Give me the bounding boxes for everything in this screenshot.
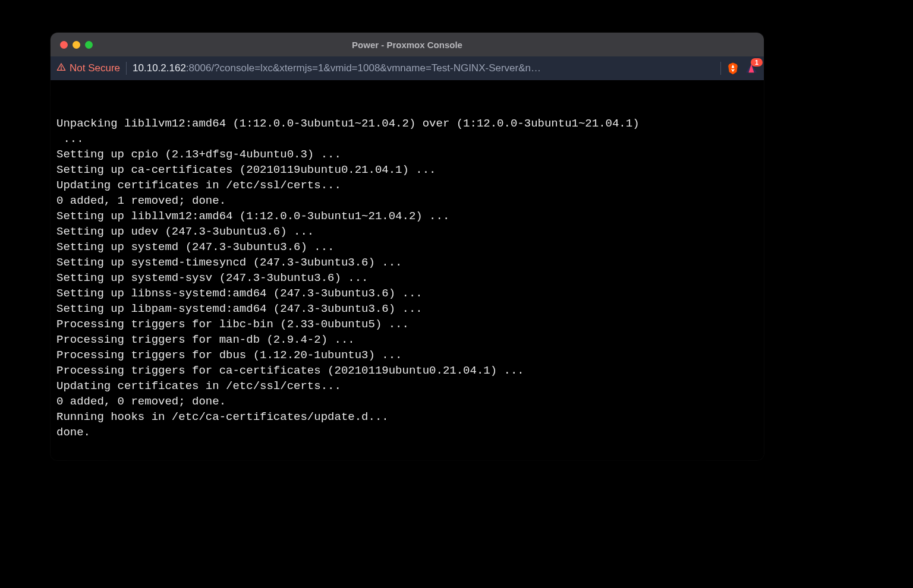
warning-icon — [56, 62, 66, 75]
svg-point-1 — [61, 68, 61, 69]
terminal-line: ... — [56, 131, 758, 147]
titlebar[interactable]: Power - Proxmox Console — [51, 33, 764, 56]
terminal-line: Unpacking libllvm12:amd64 (1:12.0.0-3ubu… — [56, 116, 758, 131]
terminal-line: Processing triggers for dbus (1.12.20-1u… — [56, 347, 758, 363]
divider — [126, 62, 127, 75]
terminal-line: 0 added, 0 removed; done. — [56, 394, 758, 409]
terminal-line: Updating certificates in /etc/ssl/certs.… — [56, 178, 758, 193]
terminal-line: 0 added, 1 removed; done. — [56, 193, 758, 208]
terminal-line: Setting up systemd-sysv (247.3-3ubuntu3.… — [56, 270, 758, 286]
extension-triangle-icon[interactable]: 1 — [745, 62, 758, 75]
extension-icons: 1 — [727, 62, 758, 75]
terminal-line: Processing triggers for libc-bin (2.33-0… — [56, 317, 758, 332]
terminal-output[interactable]: Unpacking libllvm12:amd64 (1:12.0.0-3ubu… — [51, 80, 764, 460]
terminal-line: Setting up libllvm12:amd64 (1:12.0.0-3ub… — [56, 208, 758, 224]
divider — [720, 62, 721, 75]
terminal-scrollback: Unpacking libllvm12:amd64 (1:12.0.0-3ubu… — [56, 116, 758, 440]
terminal-line: Setting up systemd-timesyncd (247.3-3ubu… — [56, 255, 758, 270]
address-bar[interactable]: Not Secure 10.10.2.162:8006/?console=lxc… — [51, 56, 764, 80]
security-indicator[interactable]: Not Secure — [56, 62, 120, 75]
window-title: Power - Proxmox Console — [51, 40, 764, 50]
terminal-line: Updating certificates in /etc/ssl/certs.… — [56, 378, 758, 394]
minimize-window-button[interactable] — [73, 41, 80, 49]
terminal-line: Running hooks in /etc/ca-certificates/up… — [56, 409, 758, 425]
terminal-line: Setting up systemd (247.3-3ubuntu3.6) ..… — [56, 239, 758, 255]
url-path: :8006/?console=lxc&xtermjs=1&vmid=1008&v… — [186, 62, 541, 74]
terminal-line: Setting up libpam-systemd:amd64 (247.3-3… — [56, 301, 758, 317]
brave-shield-icon[interactable] — [727, 62, 739, 75]
terminal-line: Setting up ca-certificates (20210119ubun… — [56, 162, 758, 178]
window-controls — [51, 41, 93, 49]
not-secure-label: Not Secure — [70, 62, 120, 74]
notification-badge: 1 — [751, 58, 763, 67]
terminal-line: Processing triggers for ca-certificates … — [56, 363, 758, 378]
maximize-window-button[interactable] — [85, 41, 93, 49]
close-window-button[interactable] — [60, 41, 68, 49]
url-host: 10.10.2.162 — [133, 62, 186, 74]
url-display[interactable]: 10.10.2.162:8006/?console=lxc&xtermjs=1&… — [133, 62, 714, 74]
terminal-line: Setting up cpio (2.13+dfsg-4ubuntu0.3) .… — [56, 147, 758, 162]
browser-window: Power - Proxmox Console Not Secure 10.10… — [51, 33, 764, 460]
terminal-line: Setting up libnss-systemd:amd64 (247.3-3… — [56, 286, 758, 301]
terminal-line: Processing triggers for man-db (2.9.4-2)… — [56, 332, 758, 347]
terminal-line: done. — [56, 425, 758, 440]
terminal-line: Setting up udev (247.3-3ubuntu3.6) ... — [56, 224, 758, 239]
